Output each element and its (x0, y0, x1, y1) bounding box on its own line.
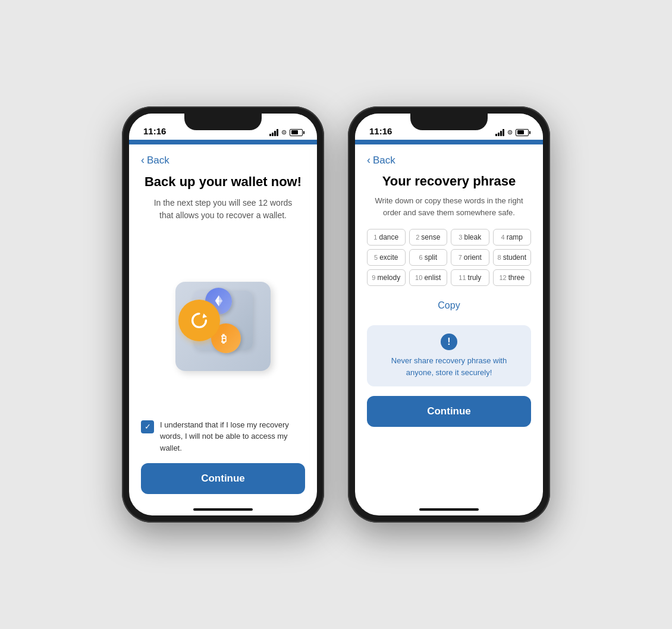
seed-word-12: 12 three (493, 269, 532, 286)
seed-word-1: 1 dance (367, 229, 406, 246)
home-bar-2 (419, 508, 479, 511)
refresh-icon (178, 300, 220, 341)
back-button-1[interactable]: ‹ Back (141, 154, 305, 166)
svg-marker-6 (203, 313, 208, 317)
copy-button[interactable]: Copy (367, 295, 531, 316)
seed-word-7: 7 orient (451, 249, 489, 266)
phone-2-screen: 11:16 ⊜ (355, 114, 543, 515)
seed-word-8: 8 student (493, 249, 532, 266)
wifi-icon-1: ⊜ (281, 128, 287, 136)
battery-icon-1 (290, 129, 303, 136)
signal-icon-1 (269, 129, 278, 136)
home-indicator-1 (129, 504, 317, 515)
phones-container: 11:16 ⊜ (98, 83, 574, 546)
warning-box: ! Never share recovery phrase with anyon… (367, 325, 531, 386)
back-chevron-icon-1: ‹ (141, 154, 145, 166)
content-1: ‹ Back Back up your wallet now! In the n… (129, 144, 317, 504)
seed-word-2: 2 sense (409, 229, 448, 246)
phone-2: 11:16 ⊜ (348, 106, 550, 523)
warning-text: Never share recovery phrase with anyone,… (376, 355, 522, 378)
checkbox-label: I understand that if I lose my recovery … (160, 419, 305, 454)
screen1-title: Back up your wallet now! (141, 174, 305, 191)
seed-word-11: 11 truly (451, 269, 489, 286)
wifi-icon-2: ⊜ (507, 128, 513, 136)
screen2-title: Your recovery phrase (367, 174, 531, 189)
phone-1: 11:16 ⊜ (122, 106, 324, 523)
seed-word-10: 10 enlist (409, 269, 448, 286)
back-label-2: Back (373, 155, 395, 166)
continue-button-2[interactable]: Continue (367, 396, 531, 427)
warning-icon: ! (441, 334, 457, 350)
seed-word-4: 4 ramp (493, 229, 532, 246)
seed-word-3: 3 bleak (451, 229, 489, 246)
battery-icon-2 (516, 129, 529, 136)
home-indicator-2 (355, 504, 543, 515)
signal-icon-2 (495, 129, 504, 136)
checkbox[interactable]: ✓ (141, 420, 154, 433)
seed-word-5: 5 excite (367, 249, 406, 266)
notch-2 (410, 114, 488, 130)
checkbox-row[interactable]: ✓ I understand that if I lose my recover… (141, 419, 305, 454)
header-bar-1 (129, 140, 317, 144)
home-bar-1 (193, 508, 253, 511)
content-2: ‹ Back Your recovery phrase Write down o… (355, 144, 543, 504)
status-icons-1: ⊜ (269, 128, 303, 136)
back-button-2[interactable]: ‹ Back (367, 154, 531, 166)
back-chevron-icon-2: ‹ (367, 154, 370, 166)
phone-1-screen: 11:16 ⊜ (129, 114, 317, 515)
seed-word-9: 9 melody (367, 269, 406, 286)
time-2: 11:16 (369, 126, 392, 136)
back-label-1: Back (147, 155, 169, 166)
time-1: 11:16 (143, 126, 166, 136)
notch-1 (184, 114, 262, 130)
wallet-illustration: ₿ (141, 234, 305, 419)
svg-text:₿: ₿ (221, 332, 227, 344)
safe-container: ₿ (169, 276, 277, 377)
header-bar-2 (355, 140, 543, 144)
status-icons-2: ⊜ (495, 128, 529, 136)
seed-phrase-grid: 1 dance2 sense3 bleak4 ramp5 excite6 spl… (367, 229, 531, 286)
screen1-subtitle: In the next step you will see 12 words t… (141, 197, 305, 222)
seed-word-6: 6 split (409, 249, 448, 266)
screen2-subtitle: Write down or copy these words in the ri… (367, 195, 531, 218)
continue-button-1[interactable]: Continue (141, 463, 305, 494)
